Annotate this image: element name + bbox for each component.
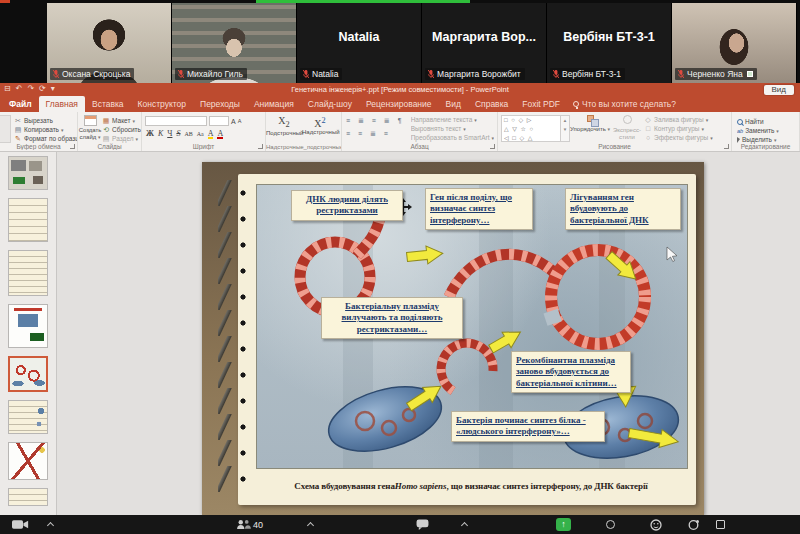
participant-tile-margaryta[interactable]: Маргарита Вор... Маргарита Ворожбит [422, 3, 547, 83]
character-spacing-button[interactable]: АВ [184, 131, 192, 137]
underline-button[interactable]: Ч [167, 129, 172, 138]
spiral-binding-graphic [218, 180, 252, 492]
tab-view[interactable]: Вид [439, 96, 468, 112]
video-options-chevron[interactable] [48, 515, 53, 534]
find-button[interactable]: Найти [737, 117, 799, 126]
replace-button[interactable]: ab Заменить ▾ [737, 126, 799, 135]
cut-button[interactable]: ✂ Вырезать [14, 116, 77, 125]
whiteboard-button[interactable] [716, 515, 725, 534]
grow-font-icon[interactable]: А [231, 118, 236, 125]
find-icon [737, 119, 743, 125]
arrange-button[interactable]: Упорядочить ▾ [570, 112, 610, 142]
stop-video-button[interactable] [12, 515, 29, 534]
slide-textbox-3[interactable]: Лігуванням ген вбудовують до бактеріальн… [565, 188, 681, 230]
tab-design[interactable]: Конструктор [131, 96, 193, 112]
slide-canvas[interactable]: ДНК людини ділять рестриктазами Ген післ… [202, 162, 704, 515]
slide-textbox-1[interactable]: ДНК людини ділять рестриктазами [291, 190, 403, 221]
tab-slideshow[interactable]: Слайд-шоу [301, 96, 359, 112]
record-button[interactable] [606, 515, 615, 534]
slide-thumbnail-7[interactable] [8, 442, 48, 480]
subscript-button[interactable]: X2 Подстрочный [266, 115, 302, 137]
participants-button[interactable]: 40 [236, 515, 263, 534]
font-name-combobox[interactable] [145, 116, 207, 126]
participant-tile-mykhailo[interactable]: Михайло Гиль [172, 3, 297, 83]
slide-thumbnail-6[interactable] [8, 400, 48, 434]
paste-button[interactable] [0, 115, 11, 143]
text-direction-label: Направление текста [411, 116, 473, 123]
participant-tile-natalia[interactable]: Natalia Natalia [297, 3, 422, 83]
zoom-view-options-button[interactable]: Вид [764, 85, 794, 95]
tab-animations[interactable]: Анимация [247, 96, 301, 112]
participants-chevron[interactable] [308, 515, 313, 534]
smartart-button[interactable]: Преобразовать в SmartArt ▾ [411, 133, 494, 142]
font-color-button[interactable]: А [217, 129, 223, 138]
reactions-button[interactable] [650, 515, 662, 534]
change-case-button[interactable]: Аа [197, 131, 204, 137]
quick-styles-button[interactable]: Экспресс-стили [610, 112, 644, 142]
tab-help[interactable]: Справка [468, 96, 515, 112]
tab-home[interactable]: Главная [39, 96, 85, 112]
text-direction-button[interactable]: Направление текста ▾ [411, 115, 494, 124]
share-screen-button[interactable]: ↑ [556, 515, 571, 534]
text-highlight-button[interactable]: А [208, 129, 214, 138]
tab-review[interactable]: Рецензирование [359, 96, 439, 112]
slide-textbox-4[interactable]: Бактеріальну плазміду вилучають та поділ… [321, 297, 463, 339]
slide-thumbnail-8[interactable] [8, 488, 48, 506]
tell-me-box[interactable]: Что вы хотите сделать? [567, 96, 682, 112]
participant-tile-chernenko[interactable]: Черненко Яна [672, 3, 797, 83]
slide-textbox-2[interactable]: Ген після поділу, що визначає синтез інт… [425, 188, 533, 230]
shape-effects-button[interactable]: ○ Эффекты фигуры ▾ [644, 133, 713, 142]
dialog-launcher-icon[interactable] [258, 144, 263, 149]
slide-textbox-6[interactable]: Бактерія починає синтез білка - «людсько… [451, 411, 605, 442]
apps-button[interactable] [688, 515, 700, 534]
strikethrough-button[interactable]: S [176, 129, 180, 138]
dialog-launcher-icon[interactable] [70, 144, 75, 149]
chat-chevron[interactable] [462, 515, 467, 534]
dropdown-arrow-icon: ▾ [710, 135, 713, 141]
shapes-gallery-scroll[interactable]: ▲ ▼ [561, 115, 570, 142]
participant-tile-verbiian[interactable]: Вербіян БТ-3-1 Вербіян БТ-3-1 [547, 3, 672, 83]
slide-thumbnail-1[interactable] [8, 156, 48, 190]
dialog-launcher-icon[interactable] [490, 144, 495, 149]
select-icon [737, 137, 740, 143]
scroll-up-icon[interactable]: ▲ [561, 116, 569, 125]
tab-file[interactable]: Файл [2, 96, 39, 112]
align-text-label: Выровнять текст [411, 125, 462, 132]
tab-foxit[interactable]: Foxit PDF [515, 96, 567, 112]
layout-button[interactable]: ▦ Макет ▾ [102, 116, 141, 125]
font-size-combobox[interactable] [209, 116, 229, 126]
shapes-gallery[interactable]: □ ○ ◇ ▷ △ ▽ ☆ ○ ◁ □ ◇ △ [501, 115, 561, 142]
participant-tile-oksana[interactable]: Оксана Скроцька [47, 3, 172, 83]
align-text-button[interactable]: Выровнять текст ▾ [411, 124, 494, 133]
section-button[interactable]: ▤ Раздел ▾ [102, 134, 141, 143]
slide-thumbnail-3[interactable] [8, 250, 48, 296]
chat-button[interactable] [416, 515, 429, 534]
slide-thumbnail-2[interactable] [8, 198, 48, 242]
slide-thumbnail-5-selected[interactable] [8, 356, 48, 392]
group-label: Буфер обмена [0, 143, 77, 150]
dialog-launcher-icon[interactable] [724, 144, 729, 149]
reset-button[interactable]: ⟲ Сбросить [102, 125, 141, 134]
slide-thumbnail-panel[interactable] [0, 152, 57, 515]
layout-label: Макет [112, 117, 130, 124]
shrink-font-icon[interactable]: А [238, 118, 242, 124]
slide-textbox-5[interactable]: Рекомбінантна плазміда заново вбудовуєть… [511, 351, 631, 393]
lightbulb-icon [573, 101, 579, 107]
caption-species: Homo sapiens [395, 481, 447, 491]
shape-outline-button[interactable]: □ Контур фигуры ▾ [644, 124, 713, 133]
bold-button[interactable]: Ж [146, 129, 154, 138]
format-painter-icon: ✎ [14, 135, 22, 143]
mic-muted-icon [52, 69, 60, 79]
tab-transitions[interactable]: Переходы [193, 96, 247, 112]
superscript-button[interactable]: X2 Надстрочный [302, 115, 338, 137]
slide-thumbnail-4[interactable] [8, 304, 48, 348]
format-painter-button[interactable]: ✎ Формат по образцу [14, 134, 77, 143]
italic-button[interactable]: К [158, 129, 163, 138]
copy-button[interactable]: ▤ Копировать ▾ [14, 125, 77, 134]
arrow-right-icon [406, 244, 444, 266]
tab-insert[interactable]: Вставка [85, 96, 131, 112]
shape-fill-button[interactable]: ◇ Заливка фигуры ▾ [644, 115, 713, 124]
chat-icon [416, 519, 429, 530]
participant-name-badge: Оксана Скроцька [50, 68, 134, 80]
scroll-down-icon[interactable]: ▼ [561, 125, 569, 134]
